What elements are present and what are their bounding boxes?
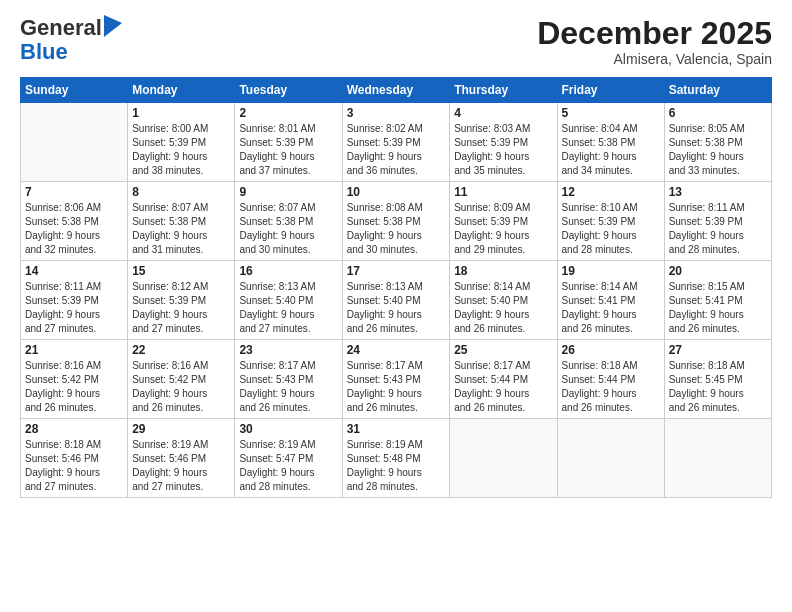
col-monday: Monday <box>128 78 235 103</box>
day-info: Sunrise: 8:16 AM Sunset: 5:42 PM Dayligh… <box>132 359 230 415</box>
day-info: Sunrise: 8:13 AM Sunset: 5:40 PM Dayligh… <box>347 280 446 336</box>
calendar-week-row: 7Sunrise: 8:06 AM Sunset: 5:38 PM Daylig… <box>21 182 772 261</box>
calendar-week-row: 1Sunrise: 8:00 AM Sunset: 5:39 PM Daylig… <box>21 103 772 182</box>
calendar-body: 1Sunrise: 8:00 AM Sunset: 5:39 PM Daylig… <box>21 103 772 498</box>
table-row: 8Sunrise: 8:07 AM Sunset: 5:38 PM Daylig… <box>128 182 235 261</box>
calendar-week-row: 28Sunrise: 8:18 AM Sunset: 5:46 PM Dayli… <box>21 419 772 498</box>
table-row: 12Sunrise: 8:10 AM Sunset: 5:39 PM Dayli… <box>557 182 664 261</box>
calendar-header-row: Sunday Monday Tuesday Wednesday Thursday… <box>21 78 772 103</box>
table-row: 5Sunrise: 8:04 AM Sunset: 5:38 PM Daylig… <box>557 103 664 182</box>
day-number: 15 <box>132 264 230 278</box>
table-row: 19Sunrise: 8:14 AM Sunset: 5:41 PM Dayli… <box>557 261 664 340</box>
page-header: General Blue December 2025 Almisera, Val… <box>20 16 772 67</box>
day-number: 4 <box>454 106 552 120</box>
table-row: 9Sunrise: 8:07 AM Sunset: 5:38 PM Daylig… <box>235 182 342 261</box>
col-wednesday: Wednesday <box>342 78 450 103</box>
table-row: 30Sunrise: 8:19 AM Sunset: 5:47 PM Dayli… <box>235 419 342 498</box>
table-row <box>664 419 771 498</box>
logo: General Blue <box>20 16 122 64</box>
day-number: 20 <box>669 264 767 278</box>
day-number: 14 <box>25 264 123 278</box>
day-number: 8 <box>132 185 230 199</box>
logo-general: General <box>20 16 102 40</box>
day-info: Sunrise: 8:04 AM Sunset: 5:38 PM Dayligh… <box>562 122 660 178</box>
day-number: 21 <box>25 343 123 357</box>
day-number: 31 <box>347 422 446 436</box>
col-friday: Friday <box>557 78 664 103</box>
day-info: Sunrise: 8:00 AM Sunset: 5:39 PM Dayligh… <box>132 122 230 178</box>
day-info: Sunrise: 8:01 AM Sunset: 5:39 PM Dayligh… <box>239 122 337 178</box>
day-number: 24 <box>347 343 446 357</box>
day-info: Sunrise: 8:14 AM Sunset: 5:40 PM Dayligh… <box>454 280 552 336</box>
day-info: Sunrise: 8:11 AM Sunset: 5:39 PM Dayligh… <box>669 201 767 257</box>
day-number: 23 <box>239 343 337 357</box>
day-info: Sunrise: 8:07 AM Sunset: 5:38 PM Dayligh… <box>132 201 230 257</box>
day-number: 19 <box>562 264 660 278</box>
day-info: Sunrise: 8:13 AM Sunset: 5:40 PM Dayligh… <box>239 280 337 336</box>
table-row: 28Sunrise: 8:18 AM Sunset: 5:46 PM Dayli… <box>21 419 128 498</box>
day-number: 11 <box>454 185 552 199</box>
logo-blue: Blue <box>20 39 68 64</box>
day-info: Sunrise: 8:05 AM Sunset: 5:38 PM Dayligh… <box>669 122 767 178</box>
day-info: Sunrise: 8:17 AM Sunset: 5:44 PM Dayligh… <box>454 359 552 415</box>
day-info: Sunrise: 8:19 AM Sunset: 5:46 PM Dayligh… <box>132 438 230 494</box>
day-number: 3 <box>347 106 446 120</box>
day-number: 30 <box>239 422 337 436</box>
day-info: Sunrise: 8:09 AM Sunset: 5:39 PM Dayligh… <box>454 201 552 257</box>
table-row: 1Sunrise: 8:00 AM Sunset: 5:39 PM Daylig… <box>128 103 235 182</box>
table-row: 14Sunrise: 8:11 AM Sunset: 5:39 PM Dayli… <box>21 261 128 340</box>
day-info: Sunrise: 8:16 AM Sunset: 5:42 PM Dayligh… <box>25 359 123 415</box>
table-row: 23Sunrise: 8:17 AM Sunset: 5:43 PM Dayli… <box>235 340 342 419</box>
day-number: 1 <box>132 106 230 120</box>
day-info: Sunrise: 8:19 AM Sunset: 5:47 PM Dayligh… <box>239 438 337 494</box>
table-row: 2Sunrise: 8:01 AM Sunset: 5:39 PM Daylig… <box>235 103 342 182</box>
table-row: 15Sunrise: 8:12 AM Sunset: 5:39 PM Dayli… <box>128 261 235 340</box>
col-thursday: Thursday <box>450 78 557 103</box>
day-info: Sunrise: 8:14 AM Sunset: 5:41 PM Dayligh… <box>562 280 660 336</box>
table-row <box>557 419 664 498</box>
table-row: 13Sunrise: 8:11 AM Sunset: 5:39 PM Dayli… <box>664 182 771 261</box>
day-info: Sunrise: 8:03 AM Sunset: 5:39 PM Dayligh… <box>454 122 552 178</box>
logo-icon <box>104 15 122 37</box>
calendar-table: Sunday Monday Tuesday Wednesday Thursday… <box>20 77 772 498</box>
table-row: 29Sunrise: 8:19 AM Sunset: 5:46 PM Dayli… <box>128 419 235 498</box>
day-info: Sunrise: 8:12 AM Sunset: 5:39 PM Dayligh… <box>132 280 230 336</box>
day-number: 5 <box>562 106 660 120</box>
col-tuesday: Tuesday <box>235 78 342 103</box>
day-info: Sunrise: 8:02 AM Sunset: 5:39 PM Dayligh… <box>347 122 446 178</box>
table-row: 17Sunrise: 8:13 AM Sunset: 5:40 PM Dayli… <box>342 261 450 340</box>
col-saturday: Saturday <box>664 78 771 103</box>
month-title: December 2025 <box>537 16 772 51</box>
col-sunday: Sunday <box>21 78 128 103</box>
day-info: Sunrise: 8:18 AM Sunset: 5:44 PM Dayligh… <box>562 359 660 415</box>
table-row: 4Sunrise: 8:03 AM Sunset: 5:39 PM Daylig… <box>450 103 557 182</box>
calendar-week-row: 21Sunrise: 8:16 AM Sunset: 5:42 PM Dayli… <box>21 340 772 419</box>
day-info: Sunrise: 8:06 AM Sunset: 5:38 PM Dayligh… <box>25 201 123 257</box>
day-number: 9 <box>239 185 337 199</box>
day-info: Sunrise: 8:18 AM Sunset: 5:45 PM Dayligh… <box>669 359 767 415</box>
day-number: 26 <box>562 343 660 357</box>
day-number: 7 <box>25 185 123 199</box>
day-number: 25 <box>454 343 552 357</box>
svg-marker-0 <box>104 15 122 37</box>
day-number: 27 <box>669 343 767 357</box>
day-info: Sunrise: 8:15 AM Sunset: 5:41 PM Dayligh… <box>669 280 767 336</box>
table-row: 6Sunrise: 8:05 AM Sunset: 5:38 PM Daylig… <box>664 103 771 182</box>
table-row: 26Sunrise: 8:18 AM Sunset: 5:44 PM Dayli… <box>557 340 664 419</box>
table-row: 11Sunrise: 8:09 AM Sunset: 5:39 PM Dayli… <box>450 182 557 261</box>
calendar-week-row: 14Sunrise: 8:11 AM Sunset: 5:39 PM Dayli… <box>21 261 772 340</box>
title-block: December 2025 Almisera, Valencia, Spain <box>537 16 772 67</box>
location-subtitle: Almisera, Valencia, Spain <box>537 51 772 67</box>
day-info: Sunrise: 8:07 AM Sunset: 5:38 PM Dayligh… <box>239 201 337 257</box>
table-row <box>21 103 128 182</box>
table-row: 31Sunrise: 8:19 AM Sunset: 5:48 PM Dayli… <box>342 419 450 498</box>
table-row: 27Sunrise: 8:18 AM Sunset: 5:45 PM Dayli… <box>664 340 771 419</box>
table-row: 7Sunrise: 8:06 AM Sunset: 5:38 PM Daylig… <box>21 182 128 261</box>
day-number: 29 <box>132 422 230 436</box>
day-info: Sunrise: 8:18 AM Sunset: 5:46 PM Dayligh… <box>25 438 123 494</box>
page-container: General Blue December 2025 Almisera, Val… <box>0 0 792 612</box>
table-row: 20Sunrise: 8:15 AM Sunset: 5:41 PM Dayli… <box>664 261 771 340</box>
day-number: 12 <box>562 185 660 199</box>
day-info: Sunrise: 8:17 AM Sunset: 5:43 PM Dayligh… <box>347 359 446 415</box>
day-number: 6 <box>669 106 767 120</box>
